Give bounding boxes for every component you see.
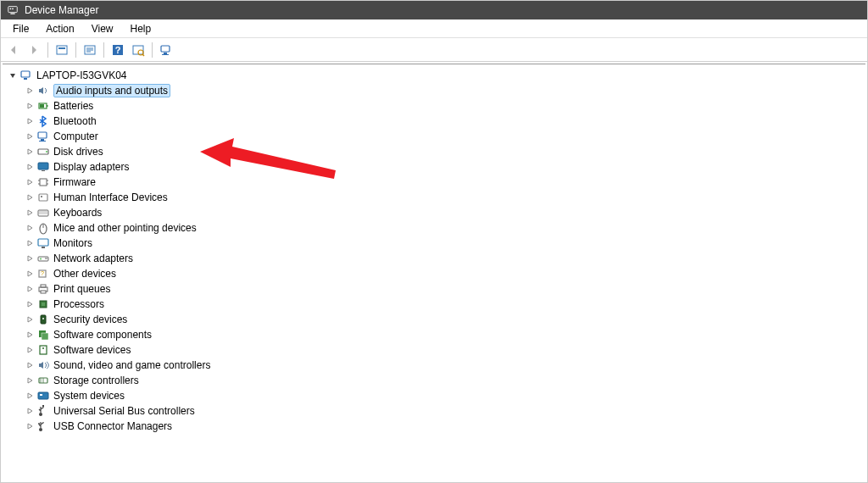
- tree-item[interactable]: Display adapters: [3, 159, 865, 175]
- tree-item[interactable]: Mice and other pointing devices: [3, 220, 865, 236]
- tree-item[interactable]: Software components: [3, 327, 865, 342]
- svg-rect-35: [39, 194, 47, 201]
- chevron-right-icon[interactable]: [25, 406, 35, 416]
- computer-icon: [19, 69, 33, 82]
- properties-button[interactable]: [81, 41, 99, 59]
- chevron-right-icon[interactable]: [25, 299, 35, 309]
- chevron-right-icon[interactable]: [25, 147, 35, 157]
- svg-point-65: [39, 428, 42, 431]
- usbconn-icon: [36, 419, 50, 433]
- tree-item-label: Keyboards: [53, 207, 102, 219]
- svg-rect-36: [41, 196, 42, 197]
- tree-item[interactable]: Processors: [3, 297, 865, 312]
- chevron-right-icon[interactable]: [25, 345, 35, 355]
- tree-item-label: Processors: [53, 298, 104, 310]
- svg-rect-4: [57, 46, 67, 54]
- chevron-right-icon[interactable]: [25, 284, 35, 294]
- tree-item[interactable]: Computer: [3, 129, 865, 144]
- chevron-right-icon[interactable]: [25, 360, 35, 370]
- tree-root-node[interactable]: LAPTOP-I53GVK04: [3, 68, 865, 83]
- chevron-right-icon[interactable]: [25, 86, 35, 96]
- tree-item[interactable]: USB Connector Managers: [3, 419, 865, 434]
- tree-item[interactable]: Security devices: [3, 312, 865, 327]
- software-icon: [36, 328, 50, 341]
- svg-point-2: [10, 8, 12, 9]
- toolbar: ?: [1, 38, 867, 62]
- app-icon: [6, 3, 19, 17]
- tree-item[interactable]: Firmware: [3, 175, 865, 190]
- tree-item[interactable]: Network adapters: [3, 251, 865, 266]
- tree-item[interactable]: Disk drives: [3, 144, 865, 159]
- tree-item-label: Monitors: [53, 237, 92, 249]
- svg-line-14: [142, 54, 144, 56]
- chevron-right-icon[interactable]: [25, 192, 35, 203]
- chevron-right-icon[interactable]: [25, 223, 35, 233]
- tree-item-label: Disk drives: [53, 146, 103, 158]
- help-button[interactable]: ?: [108, 41, 127, 59]
- menu-help[interactable]: Help: [122, 20, 160, 37]
- menu-file[interactable]: File: [4, 20, 37, 37]
- cpu-icon: [36, 297, 50, 311]
- tree-item[interactable]: Keyboards: [3, 205, 865, 220]
- svg-rect-21: [47, 105, 48, 107]
- back-button[interactable]: [4, 41, 23, 59]
- tree-root-label: LAPTOP-I53GVK04: [36, 69, 127, 81]
- tree-item[interactable]: ?Other devices: [3, 266, 865, 281]
- tree-item-label: Firmware: [53, 176, 96, 188]
- tree-item-label: Universal Serial Bus controllers: [53, 405, 195, 417]
- menu-action[interactable]: Action: [37, 20, 82, 37]
- disk-icon: [36, 145, 50, 158]
- chevron-right-icon[interactable]: [25, 208, 35, 218]
- chevron-right-icon[interactable]: [25, 253, 35, 264]
- tree-item[interactable]: Software devices: [3, 342, 865, 358]
- chevron-right-icon[interactable]: [25, 314, 35, 325]
- svg-rect-50: [41, 285, 46, 287]
- chevron-right-icon[interactable]: [25, 238, 35, 248]
- tree-item[interactable]: Universal Serial Bus controllers: [3, 403, 865, 419]
- chevron-right-icon[interactable]: [25, 131, 35, 142]
- devices-button[interactable]: [157, 41, 175, 59]
- chevron-right-icon[interactable]: [25, 421, 35, 431]
- chevron-right-icon[interactable]: [25, 162, 35, 172]
- display-icon: [36, 160, 50, 174]
- tree-item[interactable]: System devices: [3, 388, 865, 403]
- tree-item[interactable]: Sound, video and game controllers: [3, 358, 865, 373]
- tree-item-label: Audio inputs and outputs: [53, 84, 170, 97]
- menu-view[interactable]: View: [83, 20, 122, 37]
- tree-item[interactable]: Human Interface Devices: [3, 190, 865, 205]
- chevron-right-icon[interactable]: [25, 269, 35, 279]
- svg-rect-30: [40, 179, 47, 186]
- svg-rect-58: [40, 346, 47, 354]
- chevron-right-icon[interactable]: [25, 116, 35, 126]
- scan-button[interactable]: [129, 41, 147, 59]
- tree-item-label: Network adapters: [53, 253, 133, 264]
- battery-icon: [36, 99, 50, 113]
- tree-item[interactable]: Storage controllers: [3, 373, 865, 388]
- tree-item-label: Software components: [53, 329, 152, 341]
- other-icon: ?: [36, 267, 50, 280]
- tree-item[interactable]: Batteries: [3, 98, 865, 114]
- tree-item-label: Security devices: [53, 314, 127, 325]
- svg-rect-24: [41, 139, 44, 141]
- svg-rect-17: [162, 54, 169, 55]
- chevron-down-icon[interactable]: [8, 70, 18, 80]
- forward-button[interactable]: [25, 41, 43, 59]
- tree-item[interactable]: Print queues: [3, 281, 865, 297]
- svg-rect-23: [38, 132, 47, 138]
- tree-item[interactable]: Audio inputs and outputs: [3, 83, 865, 98]
- toolbar-separator: [75, 42, 76, 58]
- chevron-right-icon[interactable]: [25, 101, 35, 111]
- tree-item[interactable]: Monitors: [3, 236, 865, 251]
- chevron-right-icon[interactable]: [25, 391, 35, 401]
- svg-rect-25: [39, 141, 46, 142]
- bluetooth-icon: [36, 114, 50, 128]
- svg-rect-37: [38, 210, 48, 216]
- svg-rect-18: [21, 71, 30, 77]
- tree-item[interactable]: Bluetooth: [3, 114, 865, 129]
- chevron-right-icon[interactable]: [25, 375, 35, 386]
- show-hidden-button[interactable]: [53, 41, 71, 59]
- chevron-right-icon[interactable]: [25, 330, 35, 340]
- svg-rect-62: [40, 394, 42, 396]
- svg-point-45: [40, 258, 42, 260]
- chevron-right-icon[interactable]: [25, 177, 35, 187]
